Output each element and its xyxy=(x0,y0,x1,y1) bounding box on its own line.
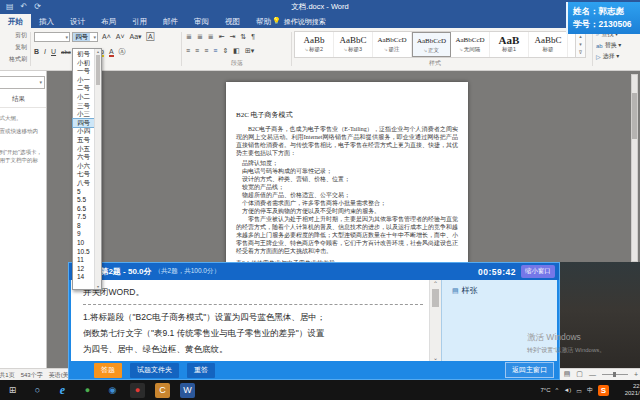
underline-icon[interactable]: U xyxy=(51,48,56,55)
align-left-icon[interactable]: ≡ xyxy=(186,47,190,54)
tab-审阅[interactable]: 审阅 xyxy=(186,14,217,28)
change-case-icon[interactable]: Aa▾ xyxy=(130,33,142,41)
font-size-option-小六[interactable]: 小六 xyxy=(73,162,94,171)
indent-icon[interactable]: ⇥ xyxy=(230,33,236,41)
exam-scrollbar[interactable]: ⌃ ⌄ xyxy=(429,280,441,361)
web-layout-icon[interactable]: ▢ xyxy=(576,370,583,378)
exam-button-答题[interactable]: 答题 xyxy=(94,363,122,378)
style-无间隔[interactable]: AaBbCcD无间隔 xyxy=(451,32,490,57)
strikethrough-icon[interactable]: abc xyxy=(61,49,71,55)
font-size-option-小一[interactable]: 小一 xyxy=(73,76,94,85)
tab-插入[interactable]: 插入 xyxy=(31,14,62,28)
align-right-icon[interactable]: ≡ xyxy=(204,47,208,54)
font-size-option-10.5[interactable]: 10.5 xyxy=(73,248,94,257)
start-icon[interactable]: ⊞ xyxy=(5,383,20,398)
nav-search-input[interactable]: ▾ xyxy=(0,76,45,89)
return-main-window-button[interactable]: 返回主窗口 xyxy=(505,362,554,378)
sort-icon[interactable]: ⇅ xyxy=(240,33,246,41)
style-标题[interactable]: AaBbC标题 xyxy=(529,32,568,57)
scroll-thumb[interactable] xyxy=(432,289,439,307)
clipboard-剪切[interactable]: 剪切 xyxy=(0,28,30,40)
font-size-option-小初[interactable]: 小初 xyxy=(73,59,94,68)
network-icon[interactable]: ▭ xyxy=(576,387,582,394)
document-scrollbar[interactable] xyxy=(631,74,638,262)
shrink-window-button[interactable]: 缩小窗口 xyxy=(521,265,555,278)
clear-format-icon[interactable]: 🄰 xyxy=(147,33,155,41)
shading-icon[interactable]: ◧ xyxy=(233,47,240,55)
font-name-combo[interactable]: ▾ xyxy=(34,32,70,42)
font-size-option-初号[interactable]: 初号 xyxy=(73,50,94,59)
styles-gallery-scroll[interactable]: ▴▾⊽ xyxy=(576,31,586,58)
editing-选择[interactable]: ▷选择 ▾ xyxy=(594,50,640,61)
clock[interactable]: 22:14 2021/1/8 xyxy=(614,383,640,398)
font-size-option-8[interactable]: 8 xyxy=(73,222,94,231)
editing-替换[interactable]: ab替换 ▾ xyxy=(594,39,640,50)
font-size-option-5.5[interactable]: 5.5 xyxy=(73,196,94,205)
tray-expand-icon[interactable]: ^ xyxy=(556,387,559,393)
font-color-icon[interactable]: A xyxy=(109,48,114,57)
tab-引用[interactable]: 引用 xyxy=(124,14,155,28)
italic-icon[interactable]: I xyxy=(44,48,46,55)
sample-label[interactable]: 样张 xyxy=(462,286,478,295)
font-size-option-11[interactable]: 11 xyxy=(73,256,94,265)
word-icon[interactable]: W xyxy=(180,383,195,398)
scroll-down-icon[interactable]: ⌄ xyxy=(433,354,438,361)
style-标题3[interactable]: AaBbC标题3 xyxy=(334,32,373,57)
enclose-char-icon[interactable]: Ⓐ xyxy=(119,47,126,57)
font-size-option-小三[interactable]: 小三 xyxy=(73,110,94,119)
font-size-option-小二[interactable]: 小二 xyxy=(73,93,94,102)
pilcrow-icon[interactable]: ¶ xyxy=(251,33,255,40)
borders-icon[interactable]: ⊞▾ xyxy=(245,47,254,55)
browser-icon[interactable]: ◉ xyxy=(105,383,120,398)
grow-font-icon[interactable]: A˄ xyxy=(102,33,111,40)
outdent-icon[interactable]: ⇤ xyxy=(219,33,225,41)
recorder-icon[interactable]: ● xyxy=(130,383,145,398)
font-size-option-三号[interactable]: 三号 xyxy=(73,102,94,111)
font-size-option-9[interactable]: 9 xyxy=(73,230,94,239)
font-size-combo[interactable]: 四号▾ xyxy=(72,32,98,42)
tab-设计[interactable]: 设计 xyxy=(62,14,93,28)
font-size-option-六号[interactable]: 六号 xyxy=(73,153,94,162)
align-center-icon[interactable]: ≡ xyxy=(195,47,199,54)
font-size-option-6.5[interactable]: 6.5 xyxy=(73,205,94,214)
style-正文[interactable]: AaBbCcD正文 xyxy=(412,32,451,57)
classroom-icon[interactable]: ● xyxy=(80,383,95,398)
ime-indicator[interactable]: 中 xyxy=(587,386,593,395)
tab-邮件[interactable]: 邮件 xyxy=(155,14,186,28)
exam-button-试题文件夹[interactable]: 试题文件夹 xyxy=(130,363,179,378)
tab-开始[interactable]: 开始 xyxy=(0,14,31,28)
scroll-thumb[interactable] xyxy=(96,55,100,85)
clipboard-复制[interactable]: 复制 xyxy=(0,40,30,52)
font-size-option-小五[interactable]: 小五 xyxy=(73,145,94,154)
font-size-option-五号[interactable]: 五号 xyxy=(73,136,94,145)
font-size-option-5[interactable]: 5 xyxy=(73,188,94,197)
style-标题1[interactable]: AaB标题1 xyxy=(490,32,529,57)
font-size-option-10[interactable]: 10 xyxy=(73,239,94,248)
sogou-input-icon[interactable]: S xyxy=(598,385,609,396)
font-size-option-七号[interactable]: 七号 xyxy=(73,170,94,179)
c-app-icon[interactable]: C xyxy=(155,383,170,398)
tell-me-search[interactable]: 💡 操作说明搜索 xyxy=(272,17,326,27)
zoom-in-button[interactable]: + xyxy=(634,371,638,378)
tab-布局[interactable]: 布局 xyxy=(93,14,124,28)
dropdown-scrollbar[interactable]: ▴ ▾ xyxy=(94,49,101,289)
multilevel-list-icon[interactable]: ≣ xyxy=(208,33,214,41)
exam-button-重答[interactable]: 重答 xyxy=(187,363,215,378)
font-size-option-7.5[interactable]: 7.5 xyxy=(73,213,94,222)
style-标题2[interactable]: AaBb标题2 xyxy=(295,32,334,57)
bold-icon[interactable]: B xyxy=(34,48,39,55)
speaker-icon[interactable]: ◄) xyxy=(563,387,571,393)
scroll-up-icon[interactable]: ⌃ xyxy=(433,280,438,287)
number-list-icon[interactable]: ≣ xyxy=(197,33,203,41)
font-size-option-14[interactable]: 14 xyxy=(73,273,94,282)
line-spacing-icon[interactable]: ⇕ xyxy=(222,47,228,55)
clipboard-格式刷[interactable]: 格式刷 xyxy=(0,52,30,64)
font-size-option-小四[interactable]: 小四 xyxy=(73,127,94,136)
scroll-up-icon[interactable]: ▴ xyxy=(95,49,101,54)
bullet-list-icon[interactable]: ≣ xyxy=(186,33,192,41)
zoom-out-button[interactable]: — xyxy=(589,371,596,378)
style-题注[interactable]: AaBbCcD题注 xyxy=(373,32,412,57)
exam-header[interactable]: Word - 第2题 - 50.0分 （共2题，共100.0分） 00:59:4… xyxy=(69,263,559,280)
zoom-slider[interactable] xyxy=(602,374,628,375)
weather-temp[interactable]: 7°C xyxy=(540,387,550,393)
